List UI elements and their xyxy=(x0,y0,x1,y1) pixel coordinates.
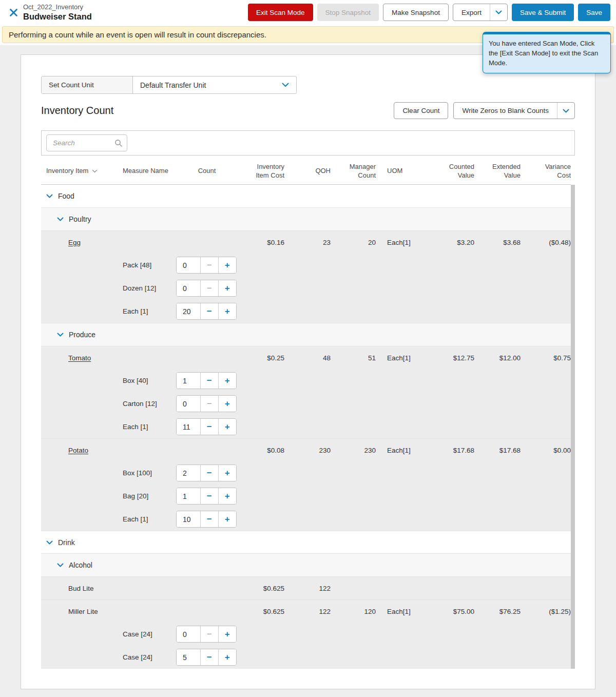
column-header-manager-count: Manager Count xyxy=(331,163,376,180)
cell-inventory-item-cost: $0.16 xyxy=(238,239,284,246)
subgroup-row-poultry[interactable]: Poultry xyxy=(41,207,571,230)
increment-button[interactable]: + xyxy=(219,488,237,504)
measure-row-egg-each-1-: Each [1]−+ xyxy=(41,300,571,323)
count-input[interactable] xyxy=(177,303,201,319)
subgroup-row-produce[interactable]: Produce xyxy=(41,323,571,346)
cell-extended-value: $12.00 xyxy=(474,354,521,362)
column-header-inventory-item[interactable]: Inventory Item xyxy=(41,167,123,176)
increment-button[interactable]: + xyxy=(219,396,237,412)
save-and-submit-button[interactable]: Save & Submit xyxy=(512,4,574,21)
decrement-button[interactable]: − xyxy=(201,626,219,642)
increment-button[interactable]: + xyxy=(219,649,237,665)
count-stepper-cell: −+ xyxy=(176,626,238,643)
column-header-extended-value: Extended Value xyxy=(474,163,521,180)
page-title: Budweiser Stand xyxy=(23,11,92,22)
decrement-button[interactable]: − xyxy=(201,257,219,273)
increment-button[interactable]: + xyxy=(219,373,237,389)
item-link-egg[interactable]: Egg xyxy=(41,239,81,246)
count-input[interactable] xyxy=(177,280,201,296)
cell-uom: Each[1] xyxy=(376,354,433,362)
clear-count-button[interactable]: Clear Count xyxy=(394,102,448,119)
increment-button[interactable]: + xyxy=(219,465,237,481)
measure-row-potato-each-1-: Each [1]−+ xyxy=(41,508,571,531)
decrement-button[interactable]: − xyxy=(201,511,219,527)
export-menu-button[interactable] xyxy=(490,4,507,21)
cell-qoh: 23 xyxy=(284,239,331,246)
cell-extended-value: $76.25 xyxy=(474,608,521,615)
cell-inventory-item-cost: $0.625 xyxy=(238,585,284,592)
write-zeros-button[interactable]: Write Zeros to Blank Counts xyxy=(453,102,575,119)
chevron-down-icon xyxy=(282,83,289,87)
count-input[interactable] xyxy=(177,257,201,273)
count-stepper: −+ xyxy=(176,511,237,528)
close-button[interactable] xyxy=(8,7,19,18)
group-label: Drink xyxy=(58,538,75,547)
count-stepper: −+ xyxy=(176,257,237,274)
decrement-button[interactable]: − xyxy=(201,373,219,389)
item-row-bud-lite: Bud Lite$0.625122 xyxy=(41,576,571,599)
column-header-inventory-item-cost: Inventory Item Cost xyxy=(238,163,284,180)
item-row-egg: Egg$0.162320Each[1]$3.20$3.68($0.48) xyxy=(41,230,571,254)
decrement-button[interactable]: − xyxy=(201,396,219,412)
measure-row-tomato-each-1-: Each [1]−+ xyxy=(41,415,571,438)
write-zeros-menu-button[interactable] xyxy=(557,103,574,119)
cell-counted-value: $12.75 xyxy=(433,354,474,362)
chevron-down-icon xyxy=(46,540,53,545)
count-input[interactable] xyxy=(177,396,201,412)
cell-uom: Each[1] xyxy=(376,447,433,454)
decrement-button[interactable]: − xyxy=(201,465,219,481)
decrement-button[interactable]: − xyxy=(201,649,219,665)
vertical-scrollbar[interactable] xyxy=(571,185,575,669)
subgroup-toggle[interactable]: Poultry xyxy=(41,215,571,223)
count-input[interactable] xyxy=(177,488,201,504)
stop-snapshot-button: Stop Snapshot xyxy=(317,4,379,21)
decrement-button[interactable]: − xyxy=(201,280,219,296)
count-stepper: −+ xyxy=(176,488,237,505)
count-input[interactable] xyxy=(177,626,201,642)
count-input[interactable] xyxy=(177,649,201,665)
increment-button[interactable]: + xyxy=(219,280,237,296)
group-row-food[interactable]: Food xyxy=(41,185,571,207)
group-toggle[interactable]: Drink xyxy=(41,538,571,547)
save-button[interactable]: Save xyxy=(578,4,610,21)
group-toggle[interactable]: Food xyxy=(41,192,571,200)
write-zeros-label[interactable]: Write Zeros to Blank Counts xyxy=(454,103,557,119)
measure-row-miller-lite-case-24-: Case [24]−+ xyxy=(41,623,571,646)
subgroup-toggle[interactable]: Produce xyxy=(41,331,571,339)
count-stepper: −+ xyxy=(176,626,237,643)
count-input[interactable] xyxy=(177,419,201,435)
increment-button[interactable]: + xyxy=(219,257,237,273)
count-unit-select[interactable]: Default Transfer Unit xyxy=(133,76,296,93)
decrement-button[interactable]: − xyxy=(201,419,219,435)
make-snapshot-button[interactable]: Make Snapshot xyxy=(383,4,449,21)
cell-qoh: 48 xyxy=(284,354,331,362)
count-input[interactable] xyxy=(177,511,201,527)
measure-name: Case [24] xyxy=(123,630,176,638)
decrement-button[interactable]: − xyxy=(201,488,219,504)
group-row-drink[interactable]: Drink xyxy=(41,531,571,553)
item-link-miller-lite: Miller Lite xyxy=(41,608,98,615)
count-input[interactable] xyxy=(177,465,201,481)
item-link-potato[interactable]: Potato xyxy=(41,447,88,454)
export-button[interactable]: Export xyxy=(453,4,508,21)
subgroup-label: Alcohol xyxy=(69,561,92,569)
increment-button[interactable]: + xyxy=(219,303,237,319)
increment-button[interactable]: + xyxy=(219,626,237,642)
decrement-button[interactable]: − xyxy=(201,303,219,319)
count-stepper-cell: −+ xyxy=(176,464,238,481)
export-label[interactable]: Export xyxy=(453,4,490,21)
item-link-tomato[interactable]: Tomato xyxy=(41,354,91,362)
subgroup-row-alcohol[interactable]: Alcohol xyxy=(41,553,571,576)
increment-button[interactable]: + xyxy=(219,419,237,435)
count-input[interactable] xyxy=(177,373,201,389)
section-header: Inventory Count Clear Count Write Zeros … xyxy=(41,102,575,119)
measure-name: Each [1] xyxy=(123,423,176,431)
exit-scan-mode-button[interactable]: Exit Scan Mode xyxy=(248,4,313,21)
increment-button[interactable]: + xyxy=(219,511,237,527)
cell-manager-count: 20 xyxy=(331,239,376,246)
column-header-qoh: QOH xyxy=(284,167,331,176)
subgroup-toggle[interactable]: Alcohol xyxy=(41,561,571,569)
count-unit-value: Default Transfer Unit xyxy=(140,81,206,89)
cell-variance-cost: $0.00 xyxy=(521,447,571,454)
measure-name: Case [24] xyxy=(123,653,176,661)
